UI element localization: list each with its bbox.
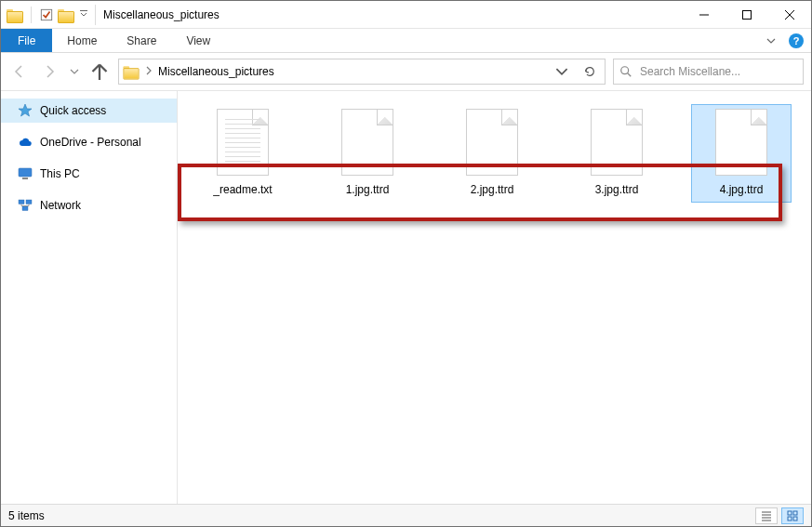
file-tile[interactable]: 3.jpg.ttrd (566, 104, 667, 203)
svg-rect-3 (743, 10, 752, 19)
sidebar-item-label: This PC (40, 167, 80, 180)
file-icon (341, 109, 393, 176)
search-input[interactable] (638, 64, 797, 79)
sidebar-item-label: Quick access (40, 104, 106, 117)
qat-separator (31, 7, 32, 23)
history-dropdown-icon[interactable] (68, 65, 81, 78)
file-name: 2.jpg.ttrd (445, 183, 539, 196)
explorer-window: Miscellaneous_pictures File Home Share V… (0, 0, 812, 527)
sidebar-item-quick-access[interactable]: Quick access (1, 99, 177, 123)
file-name: 1.jpg.ttrd (320, 183, 415, 196)
back-button[interactable] (8, 60, 31, 83)
window-controls (683, 1, 811, 28)
network-icon (18, 198, 33, 213)
status-bar: 5 items (1, 504, 811, 526)
new-folder-icon[interactable] (58, 7, 74, 22)
file-name: 4.jpg.ttrd (694, 183, 789, 196)
svg-rect-12 (26, 200, 32, 204)
file-name: _readme.txt (195, 183, 290, 196)
minimize-button[interactable] (683, 1, 725, 28)
file-tab[interactable]: File (1, 29, 52, 52)
cloud-icon (18, 135, 33, 150)
file-tile[interactable]: 4.jpg.ttrd (691, 104, 792, 203)
svg-line-7 (628, 73, 632, 77)
text-file-icon (217, 109, 269, 176)
sidebar-item-label: OneDrive - Personal (40, 136, 141, 149)
svg-point-6 (621, 67, 629, 74)
forward-button[interactable] (38, 60, 60, 83)
file-tile[interactable]: _readme.txt (193, 104, 293, 203)
sidebar-item-label: Network (40, 199, 81, 212)
tab-share[interactable]: Share (112, 29, 171, 52)
svg-rect-13 (22, 206, 28, 211)
ribbon: File Home Share View ? (1, 29, 811, 53)
file-grid: _readme.txt1.jpg.ttrd2.jpg.ttrd3.jpg.ttr… (193, 104, 796, 203)
sidebar-item-network[interactable]: Network (1, 193, 177, 217)
file-icon (715, 109, 767, 176)
up-button[interactable] (88, 60, 111, 83)
window-title: Miscellaneous_pictures (101, 8, 220, 21)
svg-rect-21 (793, 517, 797, 520)
refresh-icon[interactable] (579, 65, 601, 78)
address-folder[interactable]: Miscellaneous_pictures (158, 65, 274, 78)
details-view-button[interactable] (755, 507, 778, 524)
close-button[interactable] (768, 1, 811, 28)
folder-icon (7, 7, 23, 22)
svg-marker-8 (19, 104, 32, 116)
chevron-right-icon[interactable] (145, 66, 153, 77)
navigation-pane: Quick access OneDrive - Personal This PC (1, 91, 178, 504)
file-icon (466, 109, 518, 176)
search-icon (619, 65, 632, 78)
file-icon (591, 109, 643, 176)
quick-access-toolbar (1, 1, 89, 28)
svg-rect-11 (19, 200, 24, 204)
sidebar-item-this-pc[interactable]: This PC (1, 162, 177, 186)
svg-rect-18 (788, 511, 792, 515)
star-icon (18, 103, 33, 118)
ribbon-expand-icon[interactable] (761, 35, 781, 46)
qat-dropdown-icon[interactable] (78, 8, 89, 21)
title-separator (95, 5, 96, 25)
search-box[interactable] (613, 59, 804, 85)
status-item-count: 5 items (8, 509, 45, 522)
sidebar-item-onedrive[interactable]: OneDrive - Personal (1, 130, 177, 154)
help-icon[interactable]: ? (789, 33, 804, 48)
pc-icon (18, 166, 33, 181)
svg-rect-10 (22, 178, 28, 179)
svg-rect-20 (788, 517, 792, 520)
file-tile[interactable]: 2.jpg.ttrd (442, 104, 542, 203)
file-name: 3.jpg.ttrd (569, 183, 664, 196)
tab-view[interactable]: View (171, 29, 225, 52)
svg-rect-1 (80, 10, 87, 11)
folder-icon (123, 64, 139, 78)
tab-home[interactable]: Home (52, 29, 112, 52)
titlebar: Miscellaneous_pictures (1, 1, 811, 29)
nav-row: Miscellaneous_pictures (1, 53, 811, 90)
large-icons-view-button[interactable] (781, 507, 804, 524)
maximize-button[interactable] (725, 1, 768, 28)
file-tile[interactable]: 1.jpg.ttrd (317, 104, 418, 203)
svg-rect-19 (793, 511, 797, 515)
address-bar[interactable]: Miscellaneous_pictures (118, 59, 606, 85)
content-pane[interactable]: _readme.txt1.jpg.ttrd2.jpg.ttrd3.jpg.ttr… (178, 91, 811, 504)
address-dropdown-icon[interactable] (551, 65, 573, 78)
svg-rect-9 (19, 168, 32, 177)
properties-icon[interactable] (39, 7, 54, 22)
body: Quick access OneDrive - Personal This PC (1, 90, 811, 504)
